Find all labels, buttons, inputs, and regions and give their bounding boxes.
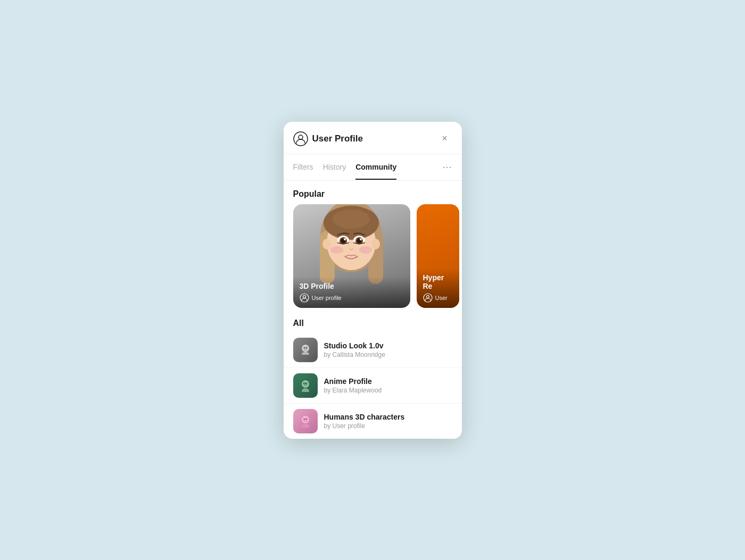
popular-cards-container: 3D Profile User profile Hyper Re	[284, 204, 462, 316]
all-list: Studio Look 1.0v by Callista Moonridge	[284, 332, 462, 439]
svg-point-31	[306, 382, 307, 383]
tab-community[interactable]: Community	[355, 155, 396, 180]
humans-thumb-icon	[297, 413, 313, 429]
list-info-humans-3d: Humans 3D characters by User profile	[324, 413, 405, 430]
anime-thumb-icon	[297, 378, 313, 394]
svg-point-6	[322, 239, 331, 249]
svg-point-17	[360, 238, 362, 240]
modal-title: User Profile	[312, 133, 437, 144]
tab-history[interactable]: History	[323, 155, 346, 180]
list-author-studio-look: by Callista Moonridge	[324, 351, 385, 358]
all-section-label: All	[284, 316, 462, 332]
list-name-anime-profile: Anime Profile	[324, 377, 382, 386]
popular-card-3d-profile[interactable]: 3D Profile User profile	[293, 204, 410, 308]
list-info-anime-profile: Anime Profile by Elara Maplewood	[324, 377, 382, 394]
svg-point-32	[302, 416, 309, 423]
svg-point-29	[305, 382, 308, 385]
card-hyper-tag: User	[423, 293, 453, 303]
svg-point-28	[303, 382, 305, 385]
list-name-humans-3d: Humans 3D characters	[324, 413, 405, 421]
svg-point-24	[302, 345, 309, 352]
thumb-anime-profile	[293, 373, 318, 398]
anime-face-container	[293, 204, 410, 287]
thumb-humans-3d	[293, 409, 318, 433]
svg-point-27	[302, 380, 309, 388]
user-profile-modal: User Profile × Filters History Community…	[284, 122, 462, 439]
list-item-humans-3d[interactable]: Humans 3D characters by User profile	[284, 403, 462, 439]
card-3d-tag-text: User profile	[312, 295, 342, 301]
svg-point-33	[303, 418, 305, 420]
svg-point-0	[294, 132, 308, 146]
svg-point-1	[299, 135, 303, 139]
svg-point-36	[306, 418, 307, 419]
svg-point-21	[303, 295, 305, 298]
modal-content: Popular	[284, 181, 462, 439]
thumb-studio-look	[293, 338, 318, 362]
svg-point-19	[359, 246, 372, 254]
user-profile-icon	[293, 131, 308, 146]
svg-point-16	[344, 238, 346, 240]
studio-face-icon	[297, 342, 313, 358]
anime-face-illustration	[310, 204, 393, 287]
card-3d-overlay: 3D Profile User profile	[293, 277, 410, 308]
svg-point-37	[302, 420, 304, 421]
svg-point-9	[333, 210, 370, 229]
card-hyper-tag-text: User	[435, 295, 448, 301]
list-info-studio-look: Studio Look 1.0v by Callista Moonridge	[324, 341, 385, 358]
svg-point-30	[304, 382, 304, 383]
tab-bar: Filters History Community ···	[284, 154, 462, 181]
svg-point-7	[371, 239, 380, 249]
more-options-button[interactable]: ···	[442, 154, 452, 180]
list-item-studio-look[interactable]: Studio Look 1.0v by Callista Moonridge	[284, 332, 462, 367]
card-hyper-overlay: Hyper Re User	[417, 268, 459, 308]
list-author-anime-profile: by Elara Maplewood	[324, 387, 382, 394]
list-author-humans-3d: by User profile	[324, 422, 405, 430]
svg-point-18	[330, 246, 343, 254]
card-3d-tag: User profile	[300, 293, 404, 303]
card-hyper-tag-icon	[423, 293, 433, 303]
close-button[interactable]: ×	[437, 131, 452, 146]
svg-point-35	[304, 418, 304, 419]
card-3d-title: 3D Profile	[300, 282, 404, 290]
svg-point-26	[305, 347, 307, 348]
list-name-studio-look: Studio Look 1.0v	[324, 341, 385, 350]
svg-point-38	[307, 420, 309, 421]
modal-header: User Profile ×	[284, 122, 462, 154]
card-hyper-title: Hyper Re	[423, 273, 453, 290]
tab-filters[interactable]: Filters	[293, 155, 313, 180]
popular-section-label: Popular	[284, 181, 462, 204]
svg-point-25	[303, 347, 305, 348]
svg-point-23	[426, 295, 429, 298]
card-tag-icon	[300, 293, 309, 303]
popular-card-hyper[interactable]: Hyper Re User	[417, 204, 459, 308]
svg-point-34	[305, 418, 308, 420]
list-item-anime-profile[interactable]: Anime Profile by Elara Maplewood	[284, 367, 462, 403]
